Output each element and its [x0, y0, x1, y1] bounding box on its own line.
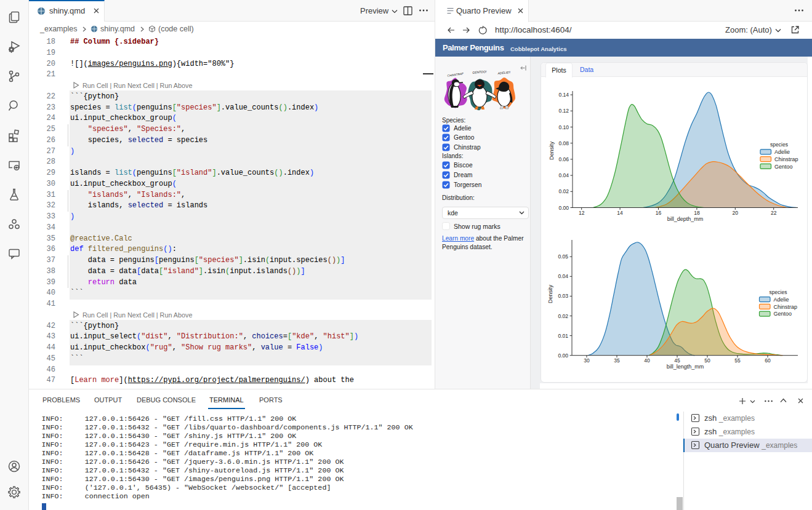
svg-text:0.05: 0.05 — [558, 253, 568, 260]
svg-text:20: 20 — [733, 210, 739, 216]
svg-text:0.00: 0.00 — [558, 205, 569, 211]
svg-text:55: 55 — [734, 357, 741, 364]
svg-text:Adelie: Adelie — [774, 149, 790, 155]
svg-text:0.06: 0.06 — [558, 156, 569, 162]
svg-text:bill_depth_mm: bill_depth_mm — [667, 216, 704, 222]
svg-text:40: 40 — [644, 357, 650, 364]
svg-text:0.14: 0.14 — [558, 92, 569, 98]
svg-text:0.04: 0.04 — [558, 273, 568, 279]
svg-text:18: 18 — [694, 210, 700, 216]
svg-text:0.04: 0.04 — [558, 172, 569, 178]
svg-text:60: 60 — [765, 357, 771, 364]
svg-text:Density: Density — [549, 141, 555, 160]
svg-text:Chinstrap: Chinstrap — [774, 156, 798, 162]
svg-text:0.03: 0.03 — [558, 293, 568, 299]
svg-text:0.01: 0.01 — [558, 333, 568, 339]
svg-text:Gentoo: Gentoo — [774, 311, 792, 317]
svg-text:0.02: 0.02 — [558, 313, 568, 319]
svg-text:0.00: 0.00 — [558, 353, 568, 359]
svg-text:16: 16 — [656, 210, 662, 216]
svg-text:Chinstrap: Chinstrap — [774, 304, 798, 310]
svg-text:species: species — [770, 289, 787, 295]
svg-text:0.08: 0.08 — [558, 140, 569, 146]
svg-text:0.10: 0.10 — [558, 124, 569, 130]
svg-text:22: 22 — [771, 210, 777, 216]
svg-text:bill_length_mm: bill_length_mm — [667, 364, 704, 370]
svg-text:Density: Density — [547, 284, 553, 303]
svg-text:GENTOO!: GENTOO! — [472, 70, 487, 74]
svg-text:0.02: 0.02 — [558, 188, 569, 194]
svg-text:12: 12 — [579, 210, 585, 216]
svg-text:14: 14 — [617, 210, 623, 216]
svg-text:35: 35 — [614, 357, 620, 364]
svg-text:30: 30 — [584, 357, 590, 364]
svg-text:species: species — [770, 141, 788, 148]
svg-text:Adelie: Adelie — [774, 297, 789, 303]
svg-text:50: 50 — [704, 357, 710, 364]
svg-text:Gentoo: Gentoo — [774, 164, 793, 170]
svg-text:CHINSTRAP: CHINSTRAP — [447, 72, 464, 78]
svg-text:ADELIE!!: ADELIE!! — [497, 70, 511, 75]
svg-text:0.12: 0.12 — [558, 108, 569, 114]
